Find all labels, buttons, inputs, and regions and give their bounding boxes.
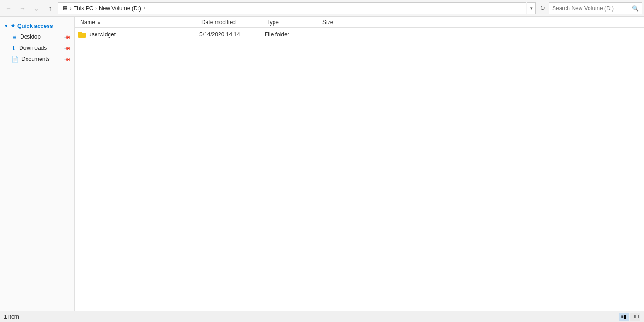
- pin-icon-downloads: 📌: [64, 44, 71, 52]
- search-input[interactable]: [552, 5, 630, 12]
- details-view-button[interactable]: ≡▮: [619, 313, 629, 321]
- tiles-view-button[interactable]: ❐❐: [630, 313, 640, 321]
- column-headers: Name ▲ Date modified Type Size: [75, 17, 644, 28]
- address-bar: ← → ⌄ ↑ 🖥 › This PC › New Volume (D:) › …: [0, 0, 644, 17]
- col-header-date[interactable]: Date modified: [199, 17, 265, 27]
- file-explorer-icon: 🖥: [62, 5, 68, 12]
- sidebar-item-desktop-label: Desktop: [20, 34, 41, 40]
- path-volume[interactable]: New Volume (D:): [99, 5, 141, 12]
- documents-icon: 📄: [11, 56, 19, 63]
- status-bar: 1 item ≡▮ ❐❐: [0, 311, 644, 322]
- col-size-label: Size: [322, 19, 333, 26]
- forward-button[interactable]: →: [16, 2, 29, 15]
- path-end-chevron: ›: [144, 6, 145, 11]
- back-button[interactable]: ←: [2, 2, 15, 15]
- address-path[interactable]: 🖥 › This PC › New Volume (D:) ›: [58, 2, 526, 14]
- table-row[interactable]: userwidget 5/14/2020 14:14 File folder: [75, 29, 644, 40]
- path-separator-2: ›: [95, 6, 97, 11]
- col-header-type[interactable]: Type: [265, 17, 321, 27]
- search-icon[interactable]: 🔍: [632, 5, 639, 12]
- quick-access-label: Quick access: [17, 23, 53, 29]
- file-name-label: userwidget: [89, 31, 116, 38]
- file-name-cell: userwidget: [78, 31, 199, 38]
- sidebar-item-desktop[interactable]: 🖥 Desktop 📌: [0, 31, 74, 42]
- col-type-label: Type: [267, 19, 279, 26]
- search-box[interactable]: 🔍: [549, 2, 642, 14]
- pin-icon-desktop: 📌: [64, 33, 71, 40]
- col-name-label: Name: [80, 19, 95, 26]
- folder-icon: [78, 32, 86, 38]
- pin-icon-documents: 📌: [64, 55, 71, 63]
- file-list: userwidget 5/14/2020 14:14 File folder: [75, 28, 644, 311]
- path-separator-1: ›: [70, 6, 72, 11]
- downloads-icon: ⬇: [11, 45, 16, 52]
- item-count: 1 item: [4, 314, 19, 320]
- address-dropdown-button[interactable]: ▾: [527, 2, 536, 14]
- refresh-button[interactable]: ↻: [537, 2, 548, 14]
- col-header-name[interactable]: Name ▲: [78, 17, 199, 27]
- quick-access-header[interactable]: ▼ ✦ Quick access: [0, 20, 74, 31]
- path-this-pc[interactable]: This PC: [74, 5, 94, 12]
- sidebar-item-downloads[interactable]: ⬇ Downloads 📌: [0, 42, 74, 54]
- file-date-cell: 5/14/2020 14:14: [199, 31, 265, 38]
- desktop-icon: 🖥: [11, 34, 17, 40]
- recent-locations-button[interactable]: ⌄: [30, 2, 43, 15]
- sidebar-item-documents-label: Documents: [21, 56, 50, 62]
- up-button[interactable]: ↑: [44, 2, 57, 15]
- col-date-label: Date modified: [201, 19, 236, 26]
- quick-access-chevron-icon: ▼: [4, 23, 8, 28]
- col-sort-arrow: ▲: [97, 20, 101, 25]
- main-area: ▼ ✦ Quick access 🖥 Desktop 📌 ⬇ Downloads…: [0, 17, 644, 311]
- col-header-size[interactable]: Size: [321, 17, 358, 27]
- quick-access-star-icon: ✦: [10, 22, 15, 29]
- sidebar-item-downloads-label: Downloads: [19, 45, 47, 51]
- sidebar: ▼ ✦ Quick access 🖥 Desktop 📌 ⬇ Downloads…: [0, 17, 75, 311]
- file-type-cell: File folder: [265, 31, 321, 38]
- view-buttons: ≡▮ ❐❐: [619, 313, 640, 321]
- sidebar-item-documents[interactable]: 📄 Documents 📌: [0, 54, 74, 65]
- content-pane: Name ▲ Date modified Type Size userwidge…: [75, 17, 644, 311]
